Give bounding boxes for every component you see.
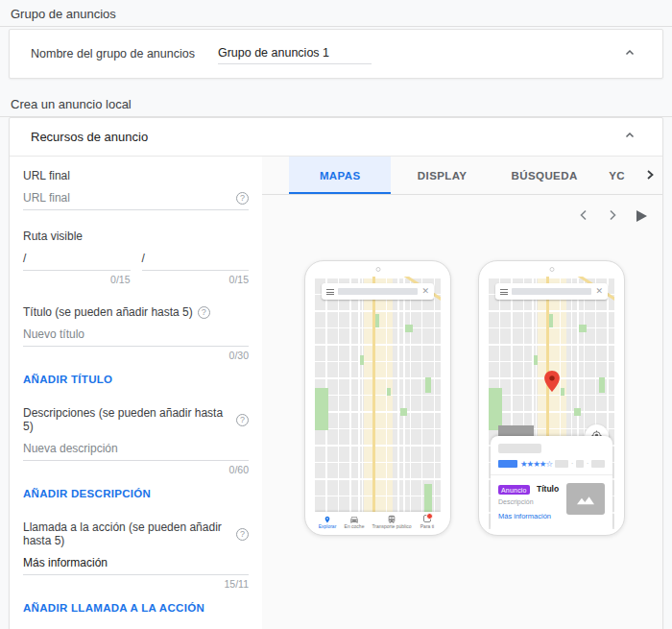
final-url-input[interactable]: URL final ? [23,189,249,210]
ad-assets-title: Recursos de anuncio [31,130,148,144]
search-placeholder-bar [338,288,418,295]
descriptions-label: Descripciones (se pueden añadir hasta 5) [23,406,231,433]
help-icon[interactable]: ? [236,192,249,205]
add-cta-button[interactable]: AÑADIR LLAMADA A LA ACCIÓN [23,602,204,614]
close-icon: ✕ [595,287,603,296]
menu-icon [326,289,334,295]
tab-busqueda[interactable]: BÚSQUEDA [493,157,595,194]
ad-group-name-label: Nombre del grupo de anuncios [31,47,195,60]
tab-scroll-right-button[interactable] [638,157,662,194]
dot-separator: · [571,460,574,468]
ad-preview-panel: MAPAS DISPLAY BÚSQUEDA YC [262,157,662,629]
carousel-next-button[interactable] [608,209,617,224]
chevron-up-icon [624,130,636,144]
ad-description: Descripción [498,498,561,505]
descriptions-field: Descripciones (se pueden añadir hasta 5)… [23,406,249,500]
title-field: Título (se pueden añadir hasta 5) ? Nuev… [23,305,249,386]
path-counter-2: 0/15 [142,271,250,285]
collapse-button[interactable] [618,126,641,149]
ad-content: Anuncio Título Descripción Más informaci… [498,481,605,523]
ad-cta-link: Más información [498,512,561,520]
chevron-up-icon [624,47,636,61]
close-icon: ✕ [421,287,429,296]
search-placeholder-bar [512,288,591,295]
map-bottom-nav: Explorar En coche [315,512,441,529]
tab-youtube[interactable]: YC [595,157,638,194]
nav-label: Para ti [420,524,434,530]
meta-placeholder [555,460,568,468]
title-label: Título (se pueden añadir hasta 5) [23,305,193,319]
star-rating-icon: ★★★★☆ [520,460,552,469]
ad-group-name-value: Grupo de anuncios 1 [218,46,329,60]
description-input[interactable]: Nueva descripción [23,440,249,461]
help-icon[interactable]: ? [198,306,210,319]
ad-title: Título [537,484,559,494]
collapse-button[interactable] [618,42,641,65]
card-divider [491,474,612,475]
dot-separator: · [587,460,589,468]
description-counter: 0/60 [23,461,249,475]
display-path-label: Ruta visible [23,230,249,243]
preview-tabbar: MAPAS DISPLAY BÚSQUEDA YC [262,157,662,195]
phone-screen: ✕ [489,277,614,529]
business-name-placeholder [498,444,541,453]
cta-field: Llamada a la acción (se pueden añadir ha… [23,520,249,615]
ad-assets-form: URL final URL final ? Ruta visible / 0/1… [10,157,262,629]
menu-icon [500,289,508,295]
help-icon[interactable]: ? [236,528,249,541]
add-description-button[interactable]: AÑADIR DESCRIPCIÓN [23,488,151,499]
phone-screen: ✕ Explorar [315,277,441,529]
phone-mockup-map: ✕ Explorar [304,260,451,536]
nav-item-driving: En coche [340,512,369,529]
cta-value: Más información [23,556,249,569]
chevron-right-icon [608,209,617,224]
carousel-play-button[interactable] [636,210,647,222]
ad-group-name-input[interactable]: Grupo de anuncios 1 [218,44,372,64]
photo-icon [575,489,596,509]
ad-assets-header: Recursos de anuncio [10,118,662,157]
cta-label: Llamada a la acción (se pueden añadir ha… [23,520,231,547]
path-input-2[interactable]: / [142,250,250,271]
for-you-badge-icon [423,515,431,522]
map-search-bar: ✕ [322,283,434,300]
cta-input[interactable]: Más información [23,554,249,575]
phone-camera-dot [549,267,554,272]
meta-placeholder [576,460,583,468]
rating-value-placeholder [498,460,517,468]
local-ad-result-card: ★★★★☆ · · Anuncio T [491,436,612,530]
chevron-right-icon [645,169,655,182]
title-counter: 0/30 [23,347,249,361]
nav-label: Transporte público [372,524,411,530]
help-icon[interactable]: ? [236,414,249,426]
map-pin-icon [542,370,561,396]
carousel-prev-button[interactable] [579,209,588,224]
page: { "colors": { "accent_blue": "#1a73e8", … [0,0,672,629]
tab-display[interactable]: DISPLAY [391,157,492,194]
section-divider [0,26,672,27]
meta-placeholder [591,460,605,468]
chevron-left-icon [579,209,588,224]
path-counter-1: 0/15 [23,271,131,285]
map-search-bar: ✕ [495,283,608,300]
description-placeholder: Nueva descripción [23,442,249,455]
tab-mapas[interactable]: MAPAS [289,157,391,194]
phone-camera-dot [375,267,380,272]
path-prefix: / [142,252,145,265]
nav-label: Explorar [319,524,337,530]
nav-item-transit: Transporte público [369,512,414,529]
title-placeholder: Nuevo título [23,327,249,341]
cta-counter: 15/11 [23,575,249,590]
display-path-field: Ruta visible / 0/15 / 0/ [23,230,249,285]
add-title-button[interactable]: AÑADIR TÍTULO [23,374,112,385]
path-input-1[interactable]: / [23,250,131,271]
final-url-placeholder: URL final [23,191,236,205]
phone-mockup-ad: ✕ [478,260,625,536]
title-input[interactable]: Nuevo título [23,326,249,347]
final-url-label: URL final [23,169,249,182]
nav-label: En coche [345,524,365,530]
map-preview [315,277,441,529]
ad-group-section-title: Grupo de anuncios [0,0,672,26]
play-icon [636,210,647,222]
ad-group-card: Nombre del grupo de anuncios Grupo de an… [9,29,663,79]
ad-image-placeholder [566,483,605,515]
